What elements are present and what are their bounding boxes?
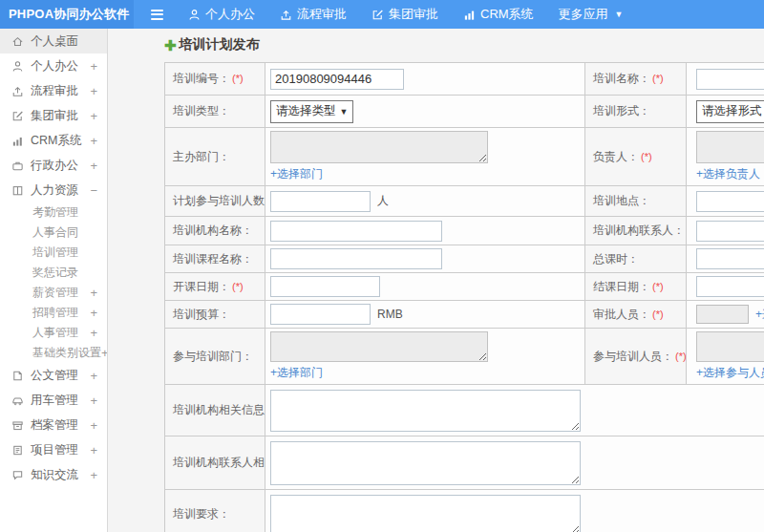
- training-plan-form: 培训编号：(*) 培训名称：(*) 培训类型： 请选择类型▼ 培训形式： 请选择…: [164, 62, 764, 532]
- select-approver-link[interactable]: +选择审批人员: [755, 307, 764, 323]
- journal-icon: [11, 444, 24, 457]
- book-icon: [11, 184, 24, 197]
- required-mark: (*): [232, 281, 244, 292]
- start-date-input[interactable]: [270, 276, 380, 297]
- expand-plus-icon[interactable]: +: [90, 369, 97, 383]
- sidebar-item-hr[interactable]: 人力资源 −: [0, 178, 107, 202]
- sidebar-item-archive[interactable]: 档案管理 +: [0, 413, 107, 437]
- sidebar-item-official-doc[interactable]: 公文管理 +: [0, 363, 107, 388]
- form-row: 培训编号：(*) 培训名称：(*): [165, 63, 764, 96]
- training-code-input[interactable]: [270, 69, 404, 90]
- training-name-input[interactable]: [696, 69, 764, 90]
- expand-plus-icon[interactable]: +: [90, 159, 97, 173]
- nav-more-apps[interactable]: 更多应用 ▼: [559, 6, 624, 23]
- field-label: 培训形式：: [593, 104, 650, 117]
- sidebar-item-workflow-approval[interactable]: 流程审批 +: [0, 78, 107, 103]
- sidebar-item-crm[interactable]: CRM系统 +: [0, 128, 107, 153]
- collapse-minus-icon[interactable]: −: [90, 183, 97, 198]
- form-row: 培训机构名称： 培训机构联系人：: [165, 217, 764, 245]
- planned-count-input[interactable]: [270, 191, 371, 212]
- org-contact-input[interactable]: [696, 221, 764, 242]
- field-label: 培训机构名称：: [173, 223, 253, 237]
- budget-input[interactable]: [270, 304, 371, 325]
- field-label: 审批人员：: [593, 308, 650, 321]
- expand-plus-icon[interactable]: +: [90, 59, 97, 74]
- field-label: 培训机构相关信息：: [173, 403, 265, 416]
- sidebar-subitem-base-category[interactable]: 基础类别设置 +: [0, 343, 107, 363]
- expand-plus-icon[interactable]: +: [90, 326, 97, 340]
- leader-chooser[interactable]: [696, 131, 764, 163]
- sidebar-item-personal-desktop[interactable]: 个人桌面: [0, 29, 107, 53]
- person-icon: [11, 60, 24, 73]
- nav-personal-office[interactable]: 个人办公: [188, 6, 255, 23]
- select-join-users-link[interactable]: +选择参与人员: [696, 365, 764, 381]
- sidebar-item-label: 奖惩记录: [32, 265, 78, 281]
- field-label: 培训机构联系人：: [593, 223, 685, 237]
- sidebar-item-personal-office[interactable]: 个人办公 +: [0, 53, 107, 78]
- required-mark: (*): [232, 73, 244, 84]
- sidebar-subitem-attendance[interactable]: 考勤管理: [0, 202, 107, 223]
- approver-box[interactable]: [696, 305, 749, 324]
- sidebar-subitem-personnel[interactable]: 人事管理 +: [0, 323, 107, 343]
- edit-icon: [11, 110, 24, 122]
- host-dept-chooser[interactable]: [270, 131, 488, 163]
- hamburger-menu-icon[interactable]: [147, 6, 167, 24]
- sidebar-subitem-salary[interactable]: 薪资管理 +: [0, 283, 107, 303]
- expand-plus-icon[interactable]: +: [90, 443, 97, 458]
- expand-plus-icon[interactable]: +: [90, 84, 97, 98]
- home-icon: [11, 35, 24, 48]
- sidebar-subitem-hr-contract[interactable]: 人事合同: [0, 223, 107, 243]
- upload-icon: [280, 9, 292, 21]
- nav-workflow-approval[interactable]: 流程审批: [280, 6, 347, 23]
- org-contact-info-textarea[interactable]: [270, 441, 581, 485]
- expand-plus-icon[interactable]: +: [90, 109, 97, 123]
- sidebar-subitem-reward-record[interactable]: 奖惩记录: [0, 263, 107, 283]
- org-name-input[interactable]: [270, 221, 442, 242]
- expand-plus-icon[interactable]: +: [101, 346, 108, 360]
- form-row: 培训机构联系人相关信息：: [165, 436, 764, 490]
- course-name-input[interactable]: [270, 248, 442, 269]
- training-form-select[interactable]: 请选择形式▼: [696, 100, 764, 123]
- expand-plus-icon[interactable]: +: [90, 394, 97, 408]
- select-leader-link[interactable]: +选择负责人: [696, 166, 760, 182]
- join-dept-chooser[interactable]: [270, 331, 488, 362]
- archive-icon: [11, 419, 24, 432]
- field-label: 总课时：: [593, 252, 639, 266]
- expand-plus-icon[interactable]: +: [90, 134, 97, 148]
- sidebar-item-project[interactable]: 项目管理 +: [0, 437, 107, 462]
- sidebar-item-group-approval[interactable]: 集团审批 +: [0, 103, 107, 128]
- nav-label: 个人办公: [205, 6, 255, 23]
- nav-group-approval[interactable]: 集团审批: [371, 6, 438, 23]
- nav-label: 集团审批: [389, 6, 438, 23]
- field-label: 负责人：: [593, 150, 639, 163]
- sidebar-item-label: 基础类别设置: [32, 345, 101, 361]
- select-dept-link[interactable]: +选择部门: [270, 166, 323, 182]
- caret-down-icon: ▼: [615, 10, 624, 19]
- required-mark: (*): [675, 351, 687, 362]
- sidebar-item-vehicle[interactable]: 用车管理 +: [0, 388, 107, 413]
- form-row: 培训类型： 请选择类型▼ 培训形式： 请选择形式▼: [165, 96, 764, 128]
- expand-plus-icon[interactable]: +: [90, 306, 97, 320]
- sidebar-item-admin-office[interactable]: 行政办公 +: [0, 153, 107, 178]
- expand-plus-icon[interactable]: +: [90, 468, 97, 482]
- app-logo: PHPOA协同办公软件: [0, 0, 134, 29]
- expand-plus-icon[interactable]: +: [90, 286, 97, 300]
- nav-label: 流程审批: [297, 6, 347, 23]
- topbar-nav: 个人办公 流程审批 集团审批 CRM系统 更多应用 ▼: [188, 6, 624, 23]
- sidebar-subitem-recruitment[interactable]: 招聘管理 +: [0, 303, 107, 323]
- org-info-textarea[interactable]: [270, 390, 581, 432]
- sidebar-subitem-training[interactable]: 培训管理: [0, 243, 107, 263]
- end-date-input[interactable]: [696, 276, 764, 297]
- nav-crm-system[interactable]: CRM系统: [463, 6, 534, 23]
- select-join-dept-link[interactable]: +选择部门: [270, 365, 323, 381]
- join-users-chooser[interactable]: [696, 331, 764, 362]
- field-label: 培训地点：: [593, 194, 650, 207]
- expand-plus-icon[interactable]: +: [90, 418, 97, 433]
- training-place-input[interactable]: [696, 191, 764, 212]
- sidebar: 个人桌面 个人办公 + 流程审批 + 集团审批 + CRM系统 + 行政办公 +…: [0, 29, 108, 532]
- page-title: ✚ 培训计划发布: [164, 36, 764, 53]
- total-hours-input[interactable]: [696, 248, 764, 269]
- sidebar-item-knowledge[interactable]: 知识交流 +: [0, 462, 107, 487]
- training-type-select[interactable]: 请选择类型▼: [270, 100, 353, 123]
- requirement-textarea[interactable]: [270, 495, 581, 532]
